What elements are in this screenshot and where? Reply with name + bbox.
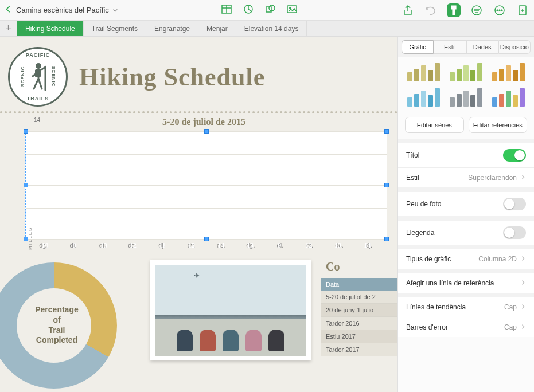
share-icon[interactable] — [401, 3, 415, 17]
chart-style-thumb[interactable] — [405, 63, 443, 84]
chart-style-thumb[interactable] — [447, 63, 485, 84]
row-style-value: Superclarendon — [468, 174, 517, 182]
table-cell[interactable]: Tardor 2017 — [321, 343, 397, 356]
logo: PACIFIC TRAILS SCENIC SCENIC — [8, 47, 68, 107]
bar-value-label: 8 — [62, 241, 86, 250]
chevron-right-icon — [520, 303, 526, 311]
logo-text-left: SCENIC — [20, 66, 25, 87]
bar-value-label: 9 — [267, 241, 291, 250]
document-title[interactable]: Camins escènics del Pacífic — [16, 6, 109, 14]
bar-value-label: 14 — [355, 241, 379, 250]
new-sheet-icon[interactable] — [516, 3, 529, 17]
photo-placeholder[interactable]: ✈ — [150, 260, 311, 360]
bird-icon: ✈ — [194, 272, 200, 280]
row-trend-value: Cap — [504, 303, 517, 311]
chevron-right-icon — [520, 323, 526, 331]
sheet-tab-bar: + Hiking ScheduleTrail SegmentsEngranatg… — [0, 21, 534, 37]
row-chart-type-value: Columna 2D — [478, 255, 517, 263]
chart-style-thumb[interactable] — [489, 63, 527, 84]
edit-references-button[interactable]: Editar referències — [469, 117, 528, 133]
svg-point-14 — [499, 9, 500, 10]
row-error-label: Barres d'error — [406, 323, 448, 331]
chart-y-label: MILLES — [28, 227, 33, 250]
organize-icon[interactable] — [470, 3, 484, 17]
chevron-down-icon[interactable] — [112, 5, 118, 15]
chart-styles-grid — [398, 57, 534, 115]
hiker-icon — [28, 61, 51, 93]
table-icon[interactable] — [221, 3, 232, 17]
row-caption-label: Peu de foto — [406, 200, 441, 208]
sheet-tab[interactable]: Hiking Schedule — [17, 21, 84, 36]
bar-value-label: 12 — [121, 241, 145, 250]
chevron-right-icon — [520, 255, 526, 263]
edit-series-button[interactable]: Editar sèries — [405, 117, 464, 133]
summary-table[interactable]: Co Data 5-20 de juliol de 220 de juny-1 … — [321, 260, 397, 381]
row-title-label: Títol — [406, 151, 419, 159]
caption-toggle[interactable] — [503, 198, 526, 210]
page-title: Hiking Schedule — [79, 62, 265, 92]
svg-point-5 — [269, 5, 275, 11]
summary-heading: Co — [321, 260, 397, 273]
chart-style-thumb[interactable] — [489, 88, 527, 109]
row-legend-label: Llegenda — [406, 229, 434, 237]
bar-value-label: 13 — [326, 241, 350, 250]
row-legend[interactable]: Llegenda — [398, 216, 534, 245]
spreadsheet-canvas[interactable]: PACIFIC TRAILS SCENIC SCENIC Hiking Sche… — [0, 37, 397, 392]
bar-value-label: 12 — [180, 241, 204, 250]
row-trend-lines[interactable]: Línies de tendència Cap — [398, 293, 534, 317]
format-inspector: GràficEstilDadesDisposició Editar sèries… — [397, 37, 534, 392]
back-icon[interactable] — [5, 5, 13, 15]
more-icon[interactable] — [493, 3, 506, 17]
row-trend-label: Línies de tendència — [406, 303, 466, 311]
chart-icon[interactable] — [243, 3, 254, 17]
inspector-tab[interactable]: Gràfic — [402, 40, 434, 54]
bar-value-label: 11 — [150, 241, 174, 250]
top-toolbar: Camins escènics del Pacífic — [0, 0, 534, 21]
table-header-data: Data — [321, 278, 397, 291]
row-caption[interactable]: Peu de foto — [398, 187, 534, 216]
chart-style-thumb[interactable] — [405, 88, 443, 109]
chart-style-thumb[interactable] — [447, 88, 485, 109]
add-sheet-button[interactable]: + — [0, 21, 17, 36]
row-style[interactable]: Estil Superclarendon — [398, 167, 534, 187]
row-chart-type-label: Tipus de gràfic — [406, 255, 451, 263]
table-cell[interactable]: 5-20 de juliol de 2 — [321, 291, 397, 304]
table-cell[interactable]: Tardor 2016 — [321, 317, 397, 330]
row-error-bars[interactable]: Barres d'error Cap — [398, 317, 534, 337]
table-cell[interactable]: 20 de juny-1 julio — [321, 304, 397, 317]
logo-text-bottom: TRAILS — [10, 96, 66, 101]
sheet-tab[interactable]: Engranatge — [146, 21, 198, 36]
donut-chart[interactable]: Percentage of Trail Completed — [8, 260, 140, 381]
inspector-tab[interactable]: Estil — [434, 40, 466, 54]
undo-icon[interactable] — [424, 3, 438, 17]
bar-value-label: 13 — [92, 241, 116, 250]
row-chart-type[interactable]: Tipus de gràfic Columna 2D — [398, 245, 534, 269]
bar-chart[interactable]: 5-20 de juliol de 2015 1411740 108131211… — [21, 117, 387, 249]
row-reference-line-label: Afegir una línia de referència — [406, 279, 494, 287]
inspector-tab[interactable]: Dades — [466, 40, 498, 54]
svg-rect-20 — [35, 69, 41, 77]
chevron-right-icon — [520, 174, 526, 182]
chevron-right-icon — [520, 279, 526, 287]
row-reference-line[interactable]: Afegir una línia de referència — [398, 269, 534, 293]
format-brush-icon[interactable] — [447, 3, 461, 17]
bar-value-label: 12 — [297, 241, 321, 250]
legend-toggle[interactable] — [503, 226, 526, 239]
bar-value-label: 14 — [209, 241, 233, 250]
sheet-tab[interactable]: Menjar — [198, 21, 236, 36]
chart-title: 5-20 de juliol de 2015 — [21, 117, 387, 127]
logo-text-top: PACIFIC — [10, 52, 66, 58]
table-cell[interactable]: Estiu 2017 — [321, 330, 397, 343]
row-title[interactable]: Títol — [398, 139, 534, 167]
shape-icon[interactable] — [264, 3, 276, 17]
donut-label: Percentage of Trail Completed — [8, 305, 106, 346]
svg-point-15 — [501, 9, 502, 10]
sheet-tab[interactable]: Trail Segments — [84, 21, 146, 36]
media-icon[interactable] — [286, 3, 298, 17]
svg-point-13 — [497, 9, 498, 10]
row-style-label: Estil — [406, 174, 419, 182]
title-toggle[interactable] — [503, 149, 526, 162]
sheet-tab[interactable]: Elevation 14 days — [236, 21, 307, 36]
inspector-tab[interactable]: Disposició — [498, 40, 531, 54]
bar-value-label: 10 — [33, 241, 57, 250]
